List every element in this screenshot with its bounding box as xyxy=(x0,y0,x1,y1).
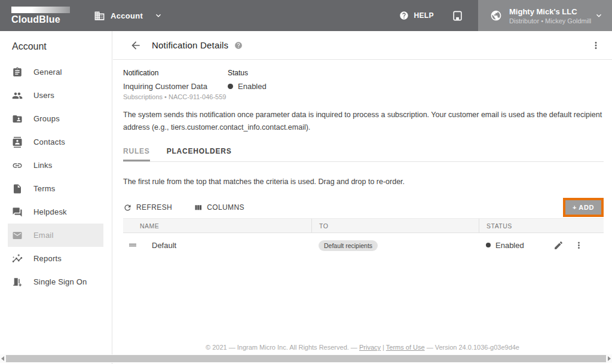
sidebar-item-contacts[interactable]: Contacts xyxy=(8,130,103,154)
table-row: Default Default recipients Enabled xyxy=(123,233,604,257)
terms-of-use-link[interactable]: Terms of Use xyxy=(386,344,425,351)
back-arrow-button[interactable] xyxy=(130,39,142,51)
rules-note: The first rule from the top that matches… xyxy=(123,178,604,186)
door-gear-icon xyxy=(12,277,23,287)
rule-name: Default xyxy=(152,241,176,250)
link-icon xyxy=(12,160,23,171)
sidebar-item-label: Links xyxy=(33,161,52,170)
notification-name: Inquiring Customer Data xyxy=(123,82,228,91)
sidebar-item-label: Reports xyxy=(33,254,62,263)
sidebar-item-label: Groups xyxy=(33,114,60,123)
columns-button[interactable]: COLUMNS xyxy=(194,203,244,212)
horizontal-scrollbar[interactable] xyxy=(0,354,612,363)
notification-subtitle: Subscriptions • NACC-911-046-559 xyxy=(123,93,228,100)
status-value: Enabled xyxy=(238,82,267,91)
sidebar-title: Account xyxy=(0,31,112,52)
notification-label: Notification xyxy=(123,69,228,77)
sidebar-item-links[interactable]: Links xyxy=(8,154,103,177)
sidebar-item-terms[interactable]: Terms xyxy=(8,177,103,200)
module-label: Account xyxy=(111,11,143,20)
sidebar-item-label: General xyxy=(33,68,62,77)
cell-name: Default xyxy=(123,240,311,250)
footer: © 2021 — Ingram Micro Inc. All Rights Re… xyxy=(113,344,612,351)
sidebar-item-label: Helpdesk xyxy=(33,207,67,216)
building-icon xyxy=(94,10,105,22)
devices-button[interactable] xyxy=(452,10,463,22)
refresh-button[interactable]: REFRESH xyxy=(123,203,172,212)
sidebar-item-single-sign-on[interactable]: Single Sign On xyxy=(8,270,103,293)
column-header-status: STATUS xyxy=(479,219,604,233)
sidebar-item-label: Terms xyxy=(33,184,55,193)
sidebar: Account General Users Groups Contacts Li… xyxy=(0,31,112,364)
email-icon xyxy=(12,230,23,241)
add-button[interactable]: + ADD xyxy=(565,200,601,215)
status-value-line: Enabled xyxy=(228,82,267,91)
cell-status: Enabled xyxy=(479,240,604,250)
row-menu-kebab-icon[interactable] xyxy=(574,240,584,250)
sidebar-item-email[interactable]: Email xyxy=(8,224,103,247)
cloudblue-logo: CloudBlue xyxy=(11,7,70,25)
content-body: Notification Inquiring Customer Data Sub… xyxy=(113,69,612,257)
refresh-icon xyxy=(123,203,132,212)
folder-shared-icon xyxy=(12,114,23,124)
sidebar-item-label: Users xyxy=(33,91,54,100)
refresh-label: REFRESH xyxy=(136,203,172,212)
tab-rules[interactable]: RULES xyxy=(123,147,150,161)
page-menu-kebab-icon[interactable] xyxy=(590,40,601,51)
status-dot xyxy=(228,84,233,89)
account-info: Mighty Mick's LLC Distributor • Mickey G… xyxy=(509,7,591,25)
account-name: Mighty Mick's LLC xyxy=(509,7,591,16)
help-button[interactable]: HELP xyxy=(399,11,434,20)
footer-separator: | xyxy=(382,344,384,351)
title-help-icon[interactable] xyxy=(234,41,243,50)
notification-info-column: Notification Inquiring Customer Data Sub… xyxy=(123,69,228,100)
sidebar-nav: General Users Groups Contacts Links Term… xyxy=(0,60,112,293)
cell-to: Default recipients xyxy=(311,240,479,251)
privacy-link[interactable]: Privacy xyxy=(359,344,381,351)
add-button-highlight-box: + ADD xyxy=(563,198,604,217)
columns-label: COLUMNS xyxy=(207,203,244,212)
contact-card-icon xyxy=(12,137,23,148)
chevron-down-icon xyxy=(594,11,604,20)
rules-table: NAME TO STATUS Default Default recipient… xyxy=(123,218,604,257)
footer-copyright: © 2021 — Ingram Micro Inc. All Rights Re… xyxy=(206,344,357,351)
tab-bar: RULES PLACEHOLDERS xyxy=(123,147,604,162)
chevron-down-icon xyxy=(154,11,163,20)
logo-text: CloudBlue xyxy=(11,14,70,25)
page-title: Notification Details xyxy=(152,40,228,50)
sidebar-item-users[interactable]: Users xyxy=(8,84,103,107)
insights-icon xyxy=(12,253,23,264)
status-info-column: Status Enabled xyxy=(228,69,267,100)
row-status-value: Enabled xyxy=(495,241,524,250)
globe-icon xyxy=(490,10,502,22)
document-icon xyxy=(12,183,23,194)
scrollbar-thumb[interactable] xyxy=(6,355,606,362)
table-header-row: NAME TO STATUS xyxy=(123,218,604,233)
clipboard-icon xyxy=(12,67,23,78)
page-titlebar: Notification Details xyxy=(113,31,612,60)
sidebar-item-helpdesk[interactable]: Helpdesk xyxy=(8,200,103,224)
sidebar-item-label: Contacts xyxy=(33,137,65,146)
sidebar-item-label: Email xyxy=(33,231,54,240)
account-module-switcher[interactable]: Account xyxy=(94,10,163,22)
scroll-left-arrow[interactable] xyxy=(1,356,4,361)
account-switcher[interactable]: Mighty Mick's LLC Distributor • Mickey G… xyxy=(478,0,612,31)
column-header-to: TO xyxy=(311,219,479,233)
help-circle-icon xyxy=(399,11,409,20)
row-actions xyxy=(553,240,584,250)
sidebar-item-label: Single Sign On xyxy=(33,277,87,286)
sidebar-item-reports[interactable]: Reports xyxy=(8,247,103,270)
edit-pencil-icon[interactable] xyxy=(553,240,564,250)
logo-gradient-bar xyxy=(11,7,70,13)
app-window: CloudBlue Account HELP Mighty Mick's LLC… xyxy=(0,0,612,364)
sidebar-item-groups[interactable]: Groups xyxy=(8,107,103,130)
drag-handle-icon[interactable] xyxy=(127,240,138,250)
sidebar-item-general[interactable]: General xyxy=(8,60,103,84)
column-header-name: NAME xyxy=(123,222,311,230)
row-status-dot xyxy=(486,243,491,247)
main-content: Notification Details Notification Inquir… xyxy=(113,31,612,364)
tab-placeholders[interactable]: PLACEHOLDERS xyxy=(167,147,232,161)
status-label: Status xyxy=(228,69,267,77)
columns-icon xyxy=(194,203,203,212)
scroll-right-arrow[interactable] xyxy=(608,356,611,361)
